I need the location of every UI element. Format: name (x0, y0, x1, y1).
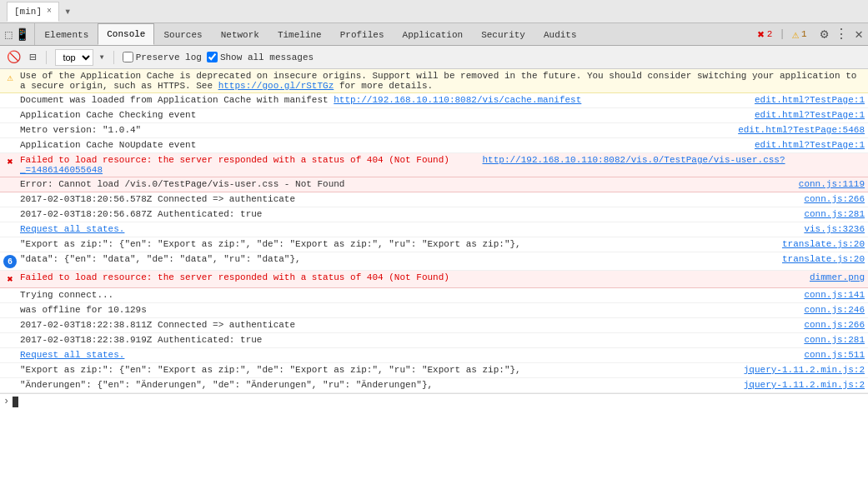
console-input-row: › (0, 393, 868, 409)
list-item: Request all states. conn.js:511 (0, 348, 868, 363)
list-item: Application Cache NoUpdate event edit.ht… (0, 138, 868, 153)
error-icon: ✖ (3, 273, 17, 286)
tab-security[interactable]: Security (472, 23, 534, 45)
inspect-icon[interactable]: ⬚ (5, 27, 12, 42)
toolbar-separator (46, 51, 47, 64)
device-icon[interactable]: 📱 (15, 27, 29, 42)
preserve-log-checkbox[interactable]: Preserve log (123, 52, 202, 62)
count-badge-icon: 6 (3, 255, 17, 268)
tab-profiles[interactable]: Profiles (331, 23, 394, 45)
msg-source[interactable]: jquery-1.11.2.min.js:2 (737, 380, 865, 390)
msg-text: Use of the Application Cache is deprecat… (20, 71, 856, 91)
settings-icon[interactable]: ⚙ (820, 26, 829, 42)
list-item: "Änderungen": {"en": "Änderungen", "de":… (0, 378, 868, 393)
msg-source[interactable]: edit.html?TestPage:1 (748, 110, 865, 120)
context-selector[interactable]: top (55, 49, 93, 66)
list-item: Document was loaded from Application Cac… (0, 93, 868, 108)
msg-link[interactable]: https://goo.gl/rStTGz (218, 81, 334, 91)
error-icon: ✖ (3, 156, 17, 168)
preserve-log-input[interactable] (123, 52, 133, 62)
msg-source[interactable]: conn.js:281 (797, 335, 865, 345)
show-all-checkbox[interactable]: Show all messages (207, 52, 314, 62)
msg-source[interactable]: conn.js:266 (797, 320, 865, 330)
msg-text-after: for more details. (339, 81, 433, 91)
msg-source[interactable]: translate.js:20 (775, 254, 865, 264)
console-toolbar: 🚫 ⊟ top ▾ Preserve log Show all messages (0, 46, 868, 69)
request-states-link[interactable]: Request all states. (20, 224, 124, 234)
tab-elements[interactable]: Elements (35, 23, 98, 45)
msg-source[interactable]: conn.js:141 (797, 290, 865, 300)
msg-source[interactable]: conn.js:1119 (792, 179, 865, 189)
devtools-header: [min] × ▾ (0, 0, 868, 23)
list-item: Application Cache Checking event edit.ht… (0, 108, 868, 123)
tab-timeline[interactable]: Timeline (268, 23, 331, 45)
msg-text: 2017-02-03T18:22:38.811Z Connected => au… (20, 320, 797, 330)
msg-source[interactable]: conn.js:266 (797, 194, 865, 204)
window-tab[interactable]: [min] × (7, 2, 59, 22)
devtools-window: [min] × ▾ ⬚ 📱 Elements Console Sources N… (0, 0, 868, 479)
msg-source[interactable]: vis.js:3236 (797, 224, 865, 234)
msg-text: "Export as zip:": {"en": "Export as zip:… (20, 239, 775, 249)
list-item: 2017-02-03T18:20:56.687Z Authenticated: … (0, 207, 868, 222)
msg-text: Failed to load resource: the server resp… (20, 272, 449, 282)
list-item: was offline for 10.129s conn.js:246 (0, 303, 868, 318)
msg-text: 2017-02-03T18:22:38.919Z Authenticated: … (20, 335, 797, 345)
window-tab-label: [min] (14, 7, 42, 17)
list-item: ✖ Failed to load resource: the server re… (0, 271, 868, 288)
msg-source[interactable]: edit.html?TestPage:5468 (731, 125, 865, 135)
msg-source[interactable]: jquery-1.11.2.min.js:2 (737, 365, 865, 375)
msg-text: Failed to load resource: the server resp… (20, 155, 449, 165)
tab-console[interactable]: Console (98, 23, 154, 45)
list-item: ✖ Failed to load resource: the server re… (0, 153, 868, 177)
msg-text: "Export as zip:": {"en": "Export as zip:… (20, 365, 737, 375)
msg-text: Trying connect... (20, 290, 797, 300)
console-messages: ⚠ Use of the Application Cache is deprec… (0, 69, 868, 479)
msg-source[interactable]: conn.js:246 (797, 305, 865, 315)
msg-text: Application Cache Checking event (20, 110, 748, 120)
msg-text: Application Cache NoUpdate event (20, 140, 748, 150)
list-item: Request all states. vis.js:3236 (0, 222, 868, 237)
list-item: "Export as zip:": {"en": "Export as zip:… (0, 237, 868, 252)
console-cursor (13, 397, 18, 407)
list-item: 2017-02-03T18:22:38.919Z Authenticated: … (0, 333, 868, 348)
msg-text: was offline for 10.129s (20, 305, 797, 315)
list-item: Trying connect... conn.js:141 (0, 288, 868, 303)
close-tab-button[interactable]: × (47, 7, 52, 16)
tab-network[interactable]: Network (212, 23, 268, 45)
warning-icon: ⚠ (3, 72, 17, 84)
tab-sources[interactable]: Sources (154, 23, 211, 45)
list-item: 2017-02-03T18:22:38.811Z Connected => au… (0, 318, 868, 333)
msg-source[interactable]: conn.js:511 (797, 350, 865, 360)
expand-button[interactable]: ▾ (64, 4, 71, 18)
menu-icon[interactable]: ⋮ (835, 26, 848, 42)
tab-audits[interactable]: Audits (534, 23, 586, 45)
warn-badge: ⚠ 1 (792, 27, 807, 42)
show-all-input[interactable] (207, 52, 218, 62)
msg-text: Document was loaded from Application Cac… (20, 95, 748, 105)
list-item: 2017-02-03T18:20:56.578Z Connected => au… (0, 192, 868, 207)
msg-text: 2017-02-03T18:20:56.687Z Authenticated: … (20, 209, 797, 219)
toolbar-separator-2 (113, 51, 114, 64)
msg-link[interactable]: http://192.168.10.110:8082/vis/cache.man… (334, 95, 581, 105)
request-states-link-2[interactable]: Request all states. (20, 350, 124, 360)
list-item: Metro version: "1.0.4" edit.html?TestPag… (0, 123, 868, 138)
msg-text: Metro version: "1.0.4" (20, 125, 731, 135)
msg-source[interactable]: edit.html?TestPage:1 (748, 140, 865, 150)
msg-text: "Änderungen": {"en": "Änderungen", "de":… (20, 380, 737, 390)
msg-source[interactable]: dimmer.png (803, 272, 865, 282)
list-item: ⚠ Use of the Application Cache is deprec… (0, 69, 868, 93)
msg-source[interactable]: conn.js:281 (797, 209, 865, 219)
tab-bar: ⬚ 📱 Elements Console Sources Network Tim… (0, 23, 868, 46)
filter-button[interactable]: ⊟ (28, 48, 38, 66)
msg-source[interactable]: translate.js:20 (775, 239, 865, 249)
error-badge: ✖ 2 (757, 27, 772, 42)
nav-right: ✖ 2 | ⚠ 1 ⚙ ⋮ ✕ (757, 23, 868, 45)
list-item: 6 "data": {"en": "data", "de": "data", "… (0, 252, 868, 271)
msg-text: 2017-02-03T18:20:56.578Z Connected => au… (20, 194, 797, 204)
msg-text: "data": {"en": "data", "de": "data", "ru… (20, 254, 775, 264)
msg-source[interactable]: edit.html?TestPage:1 (748, 95, 865, 105)
input-chevron-icon: › (3, 396, 9, 407)
close-devtools-button[interactable]: ✕ (855, 26, 863, 42)
tab-application[interactable]: Application (394, 23, 473, 45)
clear-console-button[interactable]: 🚫 (5, 48, 23, 66)
